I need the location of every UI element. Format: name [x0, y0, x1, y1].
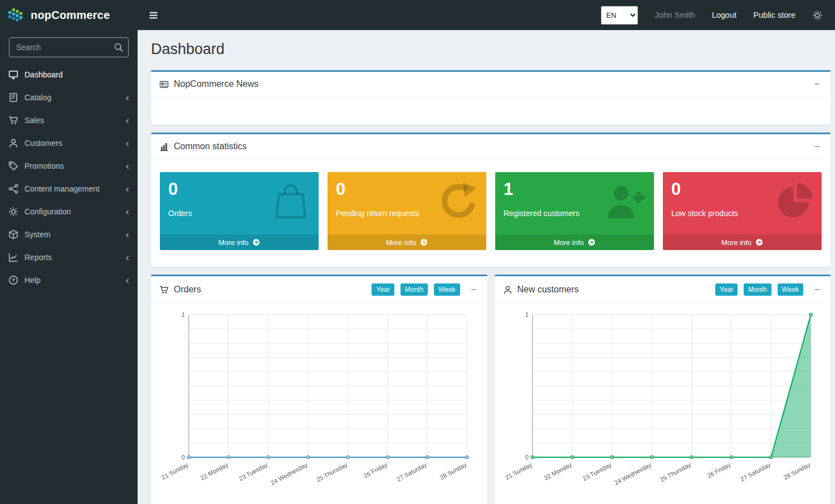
svg-text:22 Monday: 22 Monday [543, 461, 573, 481]
user-icon [503, 285, 512, 295]
svg-text:24 Wednesday: 24 Wednesday [613, 461, 652, 486]
more-info-link[interactable]: More info [160, 234, 319, 250]
brand-logo[interactable]: nopCommerce [0, 0, 138, 30]
sidebar-item-content-management[interactable]: Content management ‹ [0, 177, 138, 200]
main-content: Dashboard NopCommerce News − Common stat… [138, 30, 835, 504]
sidebar-item-system[interactable]: System ‹ [0, 223, 138, 246]
orders-line-chart: 0121 Sunday22 Monday23 Tuesday24 Wednesd… [158, 307, 481, 501]
low-stock-stat-box: 0 Low stock products More info [663, 172, 822, 250]
new-customers-chart-body: 0121 Sunday22 Monday23 Tuesday24 Wednesd… [495, 304, 831, 501]
sidebar-item-promotions[interactable]: Promotions ‹ [0, 154, 138, 177]
arrow-circle-right-icon [252, 238, 260, 246]
collapse-icon[interactable]: − [812, 142, 822, 151]
customers-week-button[interactable]: Week [778, 283, 803, 296]
svg-text:0: 0 [182, 454, 185, 461]
chevron-left-icon: ‹ [126, 229, 129, 239]
arrow-circle-right-icon [755, 238, 763, 246]
sidebar-item-label: Help [25, 276, 41, 285]
orders-week-button[interactable]: Week [434, 283, 460, 296]
public-store-link[interactable]: Public store [753, 11, 795, 19]
chevron-left-icon: ‹ [126, 160, 129, 171]
sidebar-item-sales[interactable]: Sales ‹ [0, 109, 138, 131]
logout-button[interactable]: Logout [712, 11, 736, 19]
statistics-panel-header: Common statistics − [151, 134, 831, 159]
pending-returns-stat-box: 0 Pending return requests More info [328, 172, 486, 250]
orders-chart-header: Orders Year Month Week − [151, 276, 487, 304]
orders-stat-box: 0 Orders More info [160, 172, 319, 250]
collapse-icon[interactable]: − [469, 285, 479, 295]
svg-text:22 Monday: 22 Monday [199, 461, 229, 481]
more-info-link[interactable]: More info [328, 234, 486, 250]
new-customers-chart-header: New customers Year Month Week − [495, 276, 831, 304]
sidebar-item-customers[interactable]: Customers ‹ [0, 131, 138, 154]
sidebar-item-label: Sales [25, 116, 44, 125]
chevron-left-icon: ‹ [126, 138, 129, 148]
news-panel-header: NopCommerce News − [151, 72, 831, 97]
sidebar-item-configuration[interactable]: Configuration ‹ [0, 200, 138, 223]
customers-month-button[interactable]: Month [744, 283, 771, 296]
new-customers-chart-panel: New customers Year Month Week − 0121 Sun… [495, 275, 831, 504]
collapse-icon[interactable]: − [812, 80, 822, 89]
hamburger-menu-icon[interactable] [138, 0, 169, 30]
chevron-left-icon: ‹ [126, 206, 129, 217]
search-input[interactable] [9, 37, 129, 57]
question-icon [8, 275, 18, 285]
orders-year-button[interactable]: Year [372, 283, 394, 296]
sidebar-item-label: Reports [25, 253, 52, 262]
sidebar-item-label: Content management [25, 184, 100, 193]
sidebar-item-label: Catalog [25, 93, 51, 102]
monitor-icon [8, 70, 18, 80]
cube-icon [8, 229, 18, 239]
svg-text:21 Sunday: 21 Sunday [504, 461, 533, 481]
user-name: John Smith [655, 11, 695, 19]
news-panel-body [151, 97, 831, 125]
statistics-boxes: 0 Orders More info 0 Pending return requ… [151, 159, 831, 267]
sidebar: nopCommerce Dashboard Catalog ‹ Sales ‹ … [0, 0, 138, 504]
new-customers-chart-title: New customers [517, 285, 579, 295]
sidebar-item-catalog[interactable]: Catalog ‹ [0, 86, 138, 109]
svg-text:27 Saturday: 27 Saturday [395, 461, 428, 483]
more-info-link[interactable]: More info [495, 234, 654, 250]
newspaper-icon [159, 80, 169, 89]
brand-name: nopCommerce [31, 9, 110, 22]
cart-icon [159, 285, 169, 295]
sidebar-item-label: Configuration [25, 207, 71, 216]
chevron-left-icon: ‹ [126, 275, 129, 285]
sidebar-item-help[interactable]: Help ‹ [0, 268, 138, 291]
chevron-left-icon: ‹ [126, 92, 129, 102]
user-icon [8, 138, 18, 148]
common-statistics-panel: Common statistics − 0 Orders More info 0… [151, 133, 831, 267]
customers-year-button[interactable]: Year [715, 283, 738, 296]
orders-chart-body: 0121 Sunday22 Monday23 Tuesday24 Wednesd… [151, 304, 487, 501]
sidebar-item-label: Promotions [25, 162, 64, 170]
svg-text:23 Tuesday: 23 Tuesday [238, 461, 269, 482]
chart-line-icon [8, 252, 18, 262]
bar-chart-icon [159, 142, 169, 151]
orders-chart-title: Orders [174, 285, 201, 295]
sidebar-item-label: Dashboard [25, 70, 63, 79]
svg-text:24 Wednesday: 24 Wednesday [270, 461, 309, 486]
sitemap-icon [8, 184, 18, 194]
book-icon [8, 92, 18, 102]
collapse-icon[interactable]: − [812, 285, 822, 295]
sidebar-item-dashboard[interactable]: Dashboard [0, 63, 138, 86]
more-info-link[interactable]: More info [663, 234, 822, 250]
gears-icon [8, 207, 18, 217]
cart-icon [8, 115, 18, 125]
gear-icon[interactable] [812, 10, 823, 21]
svg-text:26 Friday: 26 Friday [363, 461, 388, 479]
sidebar-item-label: Customers [25, 139, 62, 148]
language-select[interactable]: EN [601, 6, 638, 25]
sidebar-item-reports[interactable]: Reports ‹ [0, 246, 138, 268]
search-icon[interactable] [114, 42, 124, 52]
user-plus-icon [606, 182, 646, 222]
news-panel-title: NopCommerce News [174, 79, 258, 89]
orders-month-button[interactable]: Month [401, 283, 428, 296]
sidebar-item-label: System [25, 230, 51, 239]
orders-chart-panel: Orders Year Month Week − 0121 Sunday22 M… [151, 275, 487, 504]
arrow-circle-right-icon [588, 238, 595, 246]
registered-customers-stat-box: 1 Registered customers More info [495, 172, 654, 250]
svg-text:28 Sunday: 28 Sunday [782, 461, 811, 481]
sidebar-nav: Dashboard Catalog ‹ Sales ‹ Customers ‹ … [0, 63, 138, 291]
svg-text:21 Sunday: 21 Sunday [160, 461, 189, 481]
